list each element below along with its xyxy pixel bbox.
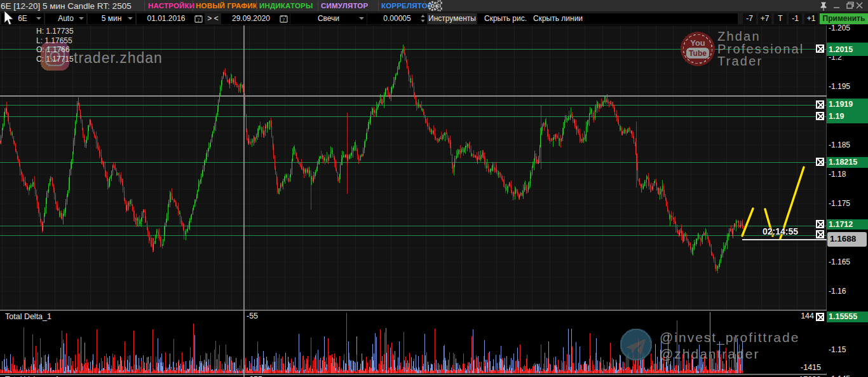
svg-text:You: You [690, 38, 705, 48]
svg-text:7: 7 [283, 18, 285, 22]
svg-text:7: 7 [198, 18, 200, 22]
svg-text:Tube: Tube [689, 49, 707, 58]
